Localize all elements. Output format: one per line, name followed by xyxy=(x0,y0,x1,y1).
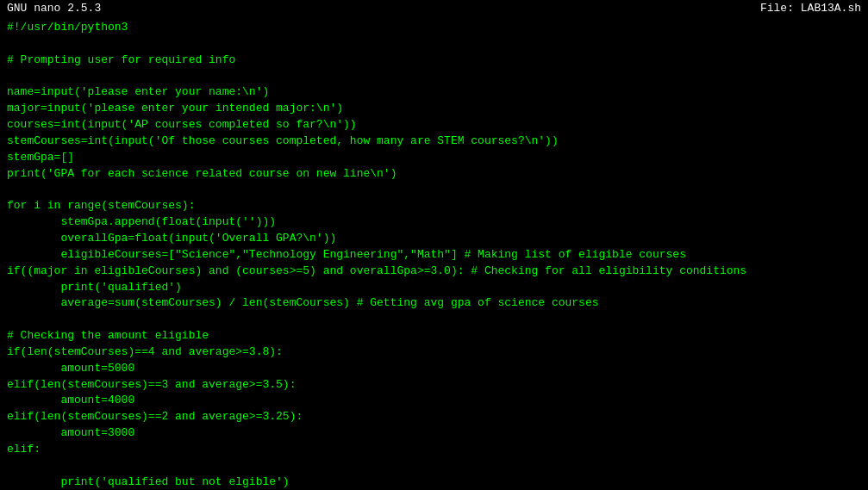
code-line: elif(len(stemCourses)==3 and average>=3.… xyxy=(7,377,861,394)
code-area[interactable]: #!/usr/bin/python3# Prompting user for r… xyxy=(0,16,868,490)
code-line: eligibleCourses=["Science","Technology E… xyxy=(7,247,861,264)
code-line: print('qualified but not elgible') xyxy=(7,474,861,490)
code-line xyxy=(7,182,861,198)
code-line: elif: xyxy=(7,442,861,458)
title-bar: GNU nano 2.5.3 File: LAB13A.sh xyxy=(0,0,868,16)
code-line: average=sum(stemCourses) / len(stemCours… xyxy=(7,295,861,312)
code-line: major=input('please enter your intended … xyxy=(7,101,861,117)
code-line: amount=3000 xyxy=(7,425,861,442)
code-line: #!/usr/bin/python3 xyxy=(7,20,861,36)
terminal: GNU nano 2.5.3 File: LAB13A.sh #!/usr/bi… xyxy=(0,0,868,490)
code-line: amount=4000 xyxy=(7,393,861,409)
code-line xyxy=(7,458,861,474)
code-line xyxy=(7,312,861,328)
code-line: # Prompting user for required info xyxy=(7,53,861,69)
code-line: # Checking the amount eligible xyxy=(7,328,861,344)
code-line: elif(len(stemCourses)==2 and average>=3.… xyxy=(7,409,861,425)
code-line: print('qualified') xyxy=(7,280,861,296)
code-line: stemGpa=[] xyxy=(7,150,861,166)
code-line: if((major in eligibleCourses) and (cours… xyxy=(7,264,861,280)
code-line xyxy=(7,69,861,85)
code-line: print('GPA for each science related cour… xyxy=(7,166,861,183)
nano-version: GNU nano 2.5.3 xyxy=(7,2,101,15)
code-line: name=input('please enter your name:\n') xyxy=(7,84,861,101)
code-line: overallGpa=float(input('Overall GPA?\n')… xyxy=(7,231,861,247)
code-line xyxy=(7,36,861,53)
file-name: File: LAB13A.sh xyxy=(760,2,861,15)
code-line: stemGpa.append(float(input(''))) xyxy=(7,214,861,231)
code-line: stemCourses=int(input('Of those courses … xyxy=(7,133,861,150)
code-line: amount=5000 xyxy=(7,361,861,377)
code-line: for i in range(stemCourses): xyxy=(7,198,861,214)
code-line: if(len(stemCourses)==4 and average>=3.8)… xyxy=(7,344,861,361)
code-line: courses=int(input('AP courses completed … xyxy=(7,117,861,133)
